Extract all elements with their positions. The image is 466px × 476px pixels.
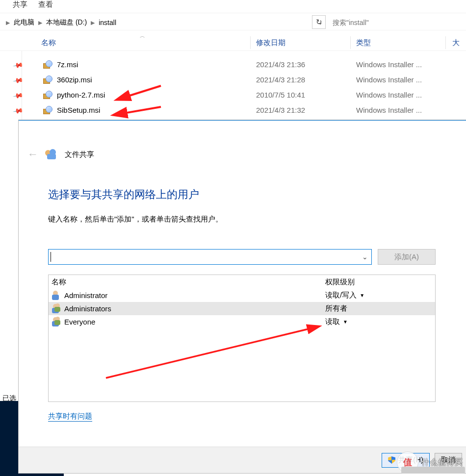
chevron-right-icon: ▶ (89, 20, 97, 26)
file-column-headers: ︿ 名称 修改日期 类型 大 (0, 35, 466, 51)
file-name: 7z.msi (57, 60, 78, 69)
permission-list-header: 名称 权限级别 (49, 275, 435, 289)
permission-level-dropdown[interactable]: 读取/写入▼ (325, 291, 364, 300)
file-list: 📌7z.msi2021/4/3 21:36Windows Installer .… (0, 58, 466, 119)
file-type: Windows Installer ... (356, 75, 422, 84)
permission-level-dropdown: 所有者 (325, 304, 347, 313)
column-header-date[interactable]: 修改日期 (256, 38, 285, 48)
file-type: Windows Installer ... (356, 60, 422, 69)
chevron-right-icon: ▶ (4, 20, 12, 26)
dialog-subtext: 键入名称，然后单击"添加"，或者单击箭头查找用户。 (48, 215, 223, 224)
file-date: 2021/4/3 21:36 (256, 60, 305, 69)
file-row[interactable]: 📌SibSetup.msi2021/4/3 21:32Windows Insta… (0, 103, 466, 119)
add-button[interactable]: 添加(A) (378, 249, 436, 265)
refresh-button[interactable]: ↻ (312, 15, 326, 29)
group-icon (51, 317, 61, 327)
file-type: Windows Installer ... (356, 91, 422, 99)
breadcrumb-seg-drive[interactable]: 本地磁盘 (D:) (44, 18, 89, 27)
permission-user-name: Administrators (64, 304, 325, 313)
file-row[interactable]: 📌7z.msi2021/4/3 21:36Windows Installer .… (0, 58, 466, 73)
msi-file-icon (42, 105, 53, 116)
watermark-text: 什么值得买 (421, 457, 463, 468)
permission-user-name: Administrator (64, 291, 325, 300)
file-type: Windows Installer ... (356, 106, 422, 114)
pin-icon: 📌 (12, 105, 24, 117)
breadcrumb[interactable]: ▶ 此电脑 ▶ 本地磁盘 (D:) ▶ install ⌄ (4, 16, 326, 29)
pin-icon: 📌 (12, 60, 24, 71)
permission-user-name: Everyone (64, 318, 325, 326)
horizontal-scrollbar-thumb[interactable] (401, 467, 465, 474)
group-icon (51, 303, 61, 314)
perm-col-name[interactable]: 名称 (49, 277, 325, 287)
msi-file-icon (42, 75, 53, 86)
search-input[interactable] (330, 16, 464, 29)
back-arrow-icon[interactable]: ← (27, 148, 38, 161)
ribbon-tab-share[interactable]: 共享 (13, 0, 27, 9)
file-date: 2021/4/3 21:32 (256, 106, 305, 114)
column-header-size[interactable]: 大 (452, 38, 460, 48)
column-header-type[interactable]: 类型 (356, 38, 371, 48)
msi-file-icon (42, 60, 53, 71)
triangle-down-icon: ▼ (343, 319, 348, 325)
file-name: SibSetup.msi (57, 106, 100, 114)
permission-row[interactable]: Everyone读取▼ (49, 315, 435, 328)
explorer-nav-row: ▶ 此电脑 ▶ 本地磁盘 (D:) ▶ install ⌄ ↻ (0, 13, 466, 30)
permission-row[interactable]: Administrators所有者 (49, 302, 435, 315)
file-date: 2010/7/5 10:41 (256, 91, 305, 99)
perm-col-level[interactable]: 权限级别 (325, 277, 355, 287)
breadcrumb-seg-pc[interactable]: 此电脑 (12, 18, 36, 27)
chevron-right-icon: ▶ (36, 20, 44, 26)
user-combobox[interactable]: ⌄ (48, 249, 372, 265)
ribbon-tab-view[interactable]: 查看 (38, 0, 53, 9)
sort-arrow-icon: ︿ (140, 32, 145, 40)
file-row[interactable]: 📌360zip.msi2021/4/3 21:28Windows Install… (0, 73, 466, 88)
people-icon (45, 149, 58, 160)
file-name: 360zip.msi (57, 75, 92, 84)
pin-icon: 📌 (12, 90, 24, 101)
permission-row[interactable]: Administrator读取/写入▼ (49, 289, 435, 302)
permission-list: 名称 权限级别 Administrator读取/写入▼Administrator… (48, 275, 436, 402)
chevron-down-icon[interactable]: ⌄ (359, 250, 371, 264)
file-date: 2021/4/3 21:28 (256, 75, 305, 84)
dialog-title: 文件共享 (65, 150, 94, 159)
file-row[interactable]: 📌python-2.7.msi2010/7/5 10:41Windows Ins… (0, 88, 466, 103)
file-sharing-dialog: ← 文件共享 选择要与其共享的网络上的用户 键入名称，然后单击"添加"，或者单击… (19, 120, 466, 473)
pin-icon: 📌 (12, 75, 24, 86)
msi-file-icon (42, 90, 53, 101)
explorer-ribbon: 共享 查看 (0, 0, 466, 10)
user-icon (51, 290, 61, 301)
column-header-name[interactable]: 名称 (41, 38, 56, 48)
triangle-down-icon: ▼ (360, 293, 364, 298)
refresh-icon: ↻ (316, 18, 322, 26)
breadcrumb-seg-folder[interactable]: install (97, 19, 118, 26)
file-name: python-2.7.msi (57, 91, 105, 99)
permission-level-dropdown[interactable]: 读取▼ (325, 317, 348, 326)
help-link[interactable]: 共享时有问题 (48, 412, 92, 422)
shield-icon (388, 456, 395, 464)
dialog-heading: 选择要与其共享的网络上的用户 (48, 187, 199, 202)
